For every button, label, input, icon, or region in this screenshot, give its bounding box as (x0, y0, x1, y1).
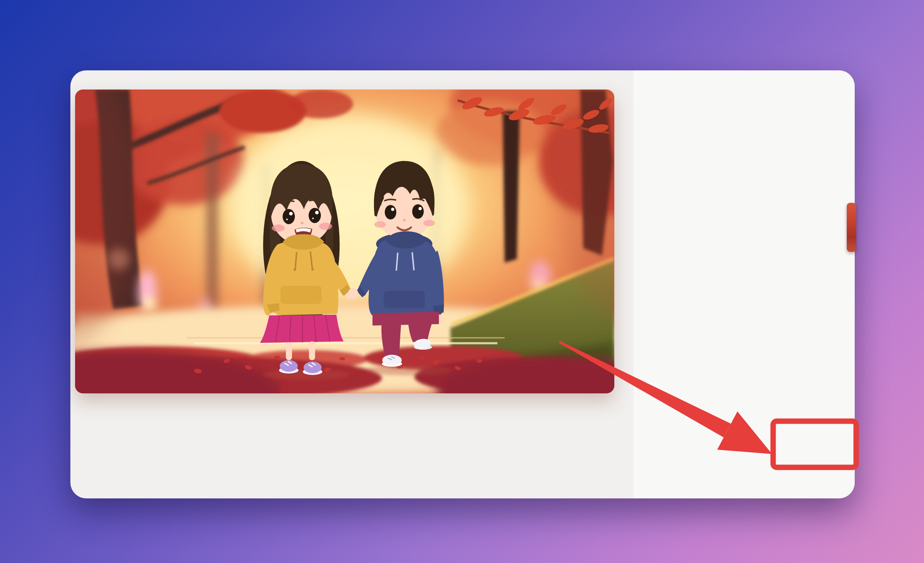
autumn-scene-illustration (75, 90, 614, 393)
next-image-edge-thumbnail[interactable] (847, 203, 856, 252)
desktop-background: strolling in a golden park, as evening f… (0, 0, 924, 563)
generated-image[interactable] (75, 90, 614, 393)
image-detail-card: strolling in a golden park, as evening f… (70, 70, 855, 499)
detail-sidebar: strolling in a golden park, as evening f… (633, 70, 855, 499)
